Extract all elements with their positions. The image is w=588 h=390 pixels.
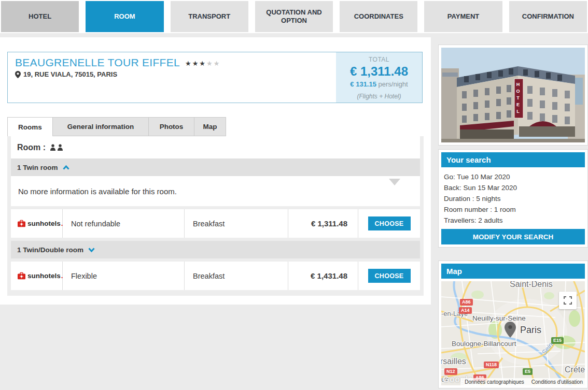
offer-price: € 1,311.48 <box>288 209 358 238</box>
offer-conditions: Not refundable <box>63 209 185 238</box>
your-search-card: Your search Go: Tue 10 Mar 2020 Back: Su… <box>438 149 588 248</box>
star-rating: ★ ★ ★ ★ ★ <box>185 60 219 67</box>
map-label-versailles: rsailles <box>441 357 466 366</box>
map-label-saint-denis: Saint-Denis <box>510 281 553 289</box>
package-note: (Flights + Hotel) <box>357 93 401 100</box>
room-section-header: Room : <box>11 136 420 158</box>
search-go-line: Go: Tue 10 Mar 2020 <box>444 171 582 182</box>
rooms-section: Room : 1 Twin room No more information i… <box>7 136 424 296</box>
map-fullscreen-button[interactable] <box>559 292 577 309</box>
nav-tab-confirmation[interactable]: CONFIRMATION <box>509 1 587 32</box>
map-label-neuilly: Neuilly-sur-Seine <box>472 314 526 322</box>
map-label-boulogne: Boulogne-Billancourt <box>452 340 516 348</box>
offer-board: Breakfast <box>185 262 288 290</box>
room-group-title: 1 Twin room <box>17 164 58 171</box>
offer-price: € 1,431.48 <box>288 262 358 290</box>
hotel-building-illustration <box>441 48 585 142</box>
map-data-attribution: Données cartographiques <box>465 379 524 385</box>
map-card: Map <box>438 261 588 388</box>
provider-logo: sunhotels. <box>17 220 63 227</box>
choose-button[interactable]: CHOOSE <box>368 269 411 283</box>
total-price-panel: TOTAL € 1,311.48 € 131.15 pers/night (Fl… <box>336 52 422 103</box>
star-icon: ★ <box>192 60 199 67</box>
search-rooms-line: Room number : 1 room <box>444 204 582 215</box>
map-attribution: Données cartographiques Conditions d'uti… <box>460 378 585 385</box>
hotel-photo: HOTEL <box>441 48 585 142</box>
hotel-detail-tabs: Rooms General information Photos Map <box>7 117 226 136</box>
road-badge-n12: N12 <box>444 368 457 375</box>
room-group-twin-double[interactable]: 1 Twin/Double room <box>11 241 420 258</box>
modify-search-button[interactable]: MODIFY YOUR SEARCH <box>441 229 585 244</box>
nav-tab-coordinates[interactable]: COORDINATES <box>340 1 417 32</box>
search-summary: Go: Tue 10 Mar 2020 Back: Sun 15 Mar 202… <box>441 167 585 229</box>
nav-tab-quotation[interactable]: QUOTATION AND OPTION <box>255 1 333 32</box>
map-label-paris: Paris <box>520 325 541 336</box>
per-night-price: € 131.15 <box>350 80 376 88</box>
fullscreen-icon <box>564 296 572 305</box>
per-night-label: pers/night <box>379 80 408 88</box>
travellers-icon <box>50 144 63 151</box>
person-icon <box>50 144 56 151</box>
room-info-text: No more information is available for thi… <box>18 187 177 196</box>
hotel-address: 19, RUE VIALA, 75015, PARIS <box>23 70 117 78</box>
map-pin-icon <box>505 322 516 340</box>
road-badge-n118: N118 <box>484 362 499 368</box>
page: HOTEL ROOM TRANSPORT QUOTATION AND OPTIO… <box>0 0 588 390</box>
nav-tab-hotel[interactable]: HOTEL <box>1 1 79 32</box>
star-icon: ★ <box>214 60 220 67</box>
total-price: € 1,311.48 <box>350 64 408 79</box>
room-group-title: 1 Twin/Double room <box>17 246 83 254</box>
star-icon: ★ <box>185 60 191 67</box>
chevron-up-icon <box>63 165 69 170</box>
suitcase-sun-icon <box>17 272 26 280</box>
offer-row: sunhotels. Flexible Breakfast € 1,431.48… <box>11 262 420 290</box>
road-badge-a14: A14 <box>459 307 472 314</box>
offer-row: sunhotels. Not refundable Breakfast € 1,… <box>11 209 420 238</box>
chevron-down-icon <box>88 248 95 252</box>
map-label-creteil: Créte <box>565 365 585 374</box>
nav-tab-room[interactable]: ROOM <box>86 1 163 32</box>
nav-tab-payment[interactable]: PAYMENT <box>424 1 502 32</box>
map-title: Map <box>441 264 585 279</box>
offer-board: Breakfast <box>185 209 288 238</box>
collapse-arrow-icon[interactable] <box>389 179 400 185</box>
provider-logo: sunhotels. <box>17 272 63 280</box>
star-icon: ★ <box>206 60 213 67</box>
main-panel: BEAUGRENELLE TOUR EIFFEL ★ ★ ★ ★ ★ 19, R… <box>0 37 431 305</box>
total-label: TOTAL <box>369 56 389 63</box>
wizard-nav: HOTEL ROOM TRANSPORT QUOTATION AND OPTIO… <box>0 0 588 33</box>
star-icon: ★ <box>199 60 205 67</box>
road-badge-a86: A86 <box>460 299 473 306</box>
search-back-line: Back: Sun 15 Mar 2020 <box>444 182 582 193</box>
tab-map[interactable]: Map <box>194 117 226 136</box>
choose-button[interactable]: CHOOSE <box>368 216 411 230</box>
provider-name: sunhotels <box>27 272 61 280</box>
road-badge-e5: E5 <box>523 368 533 375</box>
hotel-photo-card: HOTEL <box>438 45 588 146</box>
your-search-title: Your search <box>441 152 585 167</box>
room-info-panel: No more information is available for thi… <box>11 176 420 206</box>
room-section-label: Room : <box>17 143 46 152</box>
person-icon <box>57 144 63 151</box>
tab-general-information[interactable]: General information <box>52 117 149 136</box>
search-duration-line: Duration : 5 nights <box>444 193 582 204</box>
offer-conditions: Flexible <box>63 262 185 290</box>
nav-tab-transport[interactable]: TRANSPORT <box>171 1 248 32</box>
location-pin-icon <box>15 71 21 78</box>
suitcase-sun-icon <box>17 220 26 227</box>
map-terms-link[interactable]: Conditions d'utilisation <box>531 379 583 385</box>
road-badge-e15: E15 <box>551 337 564 344</box>
map-canvas[interactable]: Saint-Denis -en-Laye Neuilly-sur-Seine P… <box>441 281 585 385</box>
hotel-sign-label: HOTEL <box>515 82 522 115</box>
room-group-twin[interactable]: 1 Twin room <box>11 158 420 176</box>
tab-rooms[interactable]: Rooms <box>7 117 53 136</box>
tab-photos[interactable]: Photos <box>148 117 194 136</box>
search-travellers-line: Travellers: 2 adults <box>444 215 582 226</box>
hotel-summary-card: BEAUGRENELLE TOUR EIFFEL ★ ★ ★ ★ ★ 19, R… <box>7 52 423 103</box>
provider-name: sunhotels <box>27 220 61 227</box>
hotel-name: BEAUGRENELLE TOUR EIFFEL <box>15 56 180 69</box>
